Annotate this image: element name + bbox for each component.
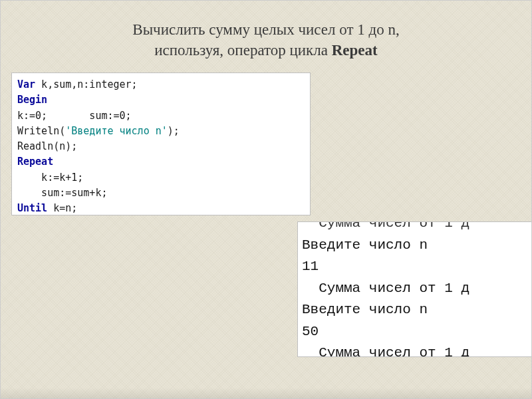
code-l1-rest: k,sum,n:integer;	[35, 78, 138, 90]
code-l8: sum:=sum+k;	[17, 187, 107, 199]
code-l7: k:=k+1;	[17, 172, 83, 184]
slide-shadow	[1, 388, 531, 398]
output-row-1: Введите число n	[302, 235, 527, 257]
kw-until: Until	[17, 202, 47, 214]
code-l4-close: );	[168, 125, 180, 137]
output-row-2: 11	[302, 256, 527, 278]
code-l3: k:=0; sum:=0;	[17, 110, 132, 122]
kw-begin: Begin	[17, 94, 47, 106]
slide-title: Вычислить сумму целых чисел от 1 до n, и…	[1, 1, 531, 71]
slide: Вычислить сумму целых чисел от 1 до n, и…	[0, 0, 532, 399]
code-line-1: Var k,sum,n:integer;	[17, 77, 305, 92]
code-line-8: sum:=sum+k;	[17, 186, 305, 201]
code-line-5: Readln(n);	[17, 139, 305, 154]
code-line-7: k:=k+1;	[17, 170, 305, 186]
output-row-6: Сумма чисел от 1 д	[302, 342, 527, 357]
output-row-5: 50	[302, 321, 527, 343]
output-row-0: Сумма чисел от 1 д	[302, 221, 527, 235]
code-l5: Readln(n);	[17, 140, 77, 152]
code-l9-rest: k=n;	[47, 202, 77, 214]
code-l4-str: 'Введите число n'	[65, 125, 168, 137]
code-l4-open: (	[59, 125, 65, 137]
output-panel: Сумма чисел от 1 дВведите число n11 Сумм…	[297, 221, 531, 357]
output-row-3: Сумма чисел от 1 д	[302, 278, 527, 300]
kw-var: Var	[17, 78, 35, 90]
kw-repeat: Repeat	[17, 156, 53, 168]
code-panel: Var k,sum,n:integer; Begin k:=0; sum:=0;…	[11, 72, 311, 215]
code-line-4: Writeln('Введите число n');	[17, 124, 305, 139]
code-line-9: Until k=n;	[17, 201, 305, 216]
kw-writeln: Writeln	[17, 125, 59, 137]
code-line-2: Begin	[17, 92, 305, 108]
title-line2-prefix: используя, оператор цикла	[154, 42, 331, 59]
code-line-6: Repeat	[17, 154, 305, 170]
title-line2-bold: Repeat	[332, 42, 378, 59]
title-line1: Вычислить сумму целых чисел от 1 до n,	[132, 21, 399, 38]
code-line-3: k:=0; sum:=0;	[17, 108, 305, 124]
output-row-4: Введите число n	[302, 299, 527, 321]
